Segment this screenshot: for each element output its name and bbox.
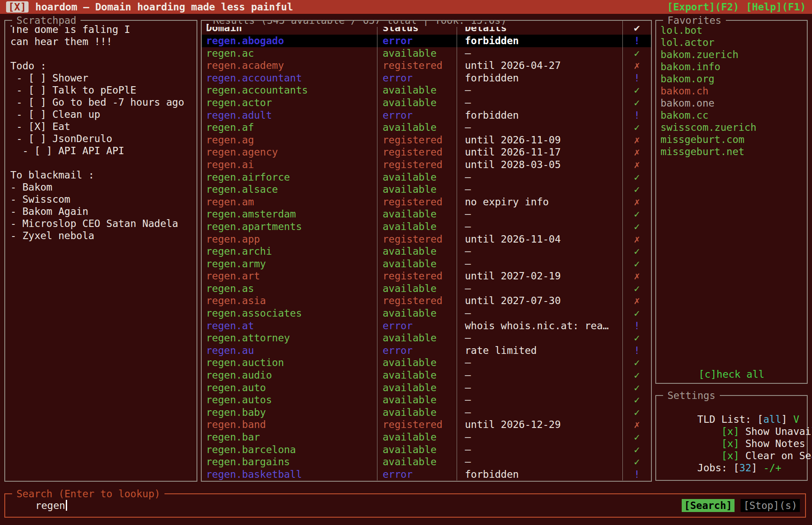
status-cell: registered <box>377 59 457 72</box>
table-row[interactable]: regen.bar available – ✓ <box>202 431 651 444</box>
table-row[interactable]: regen.accountants available – ✓ <box>202 84 651 97</box>
stop-button[interactable]: [Stop](s) <box>741 499 800 512</box>
table-row[interactable]: regen.abogado error forbidden ! <box>202 35 651 47</box>
favorite-item[interactable]: bakom.cc <box>661 109 802 121</box>
table-row[interactable]: regen.airforce available – ✓ <box>202 171 651 184</box>
domain-cell: regen.at <box>202 320 377 332</box>
favorite-item[interactable]: missgeburt.com <box>661 133 802 146</box>
table-row[interactable]: regen.audio available – ✓ <box>202 369 651 382</box>
table-row[interactable]: regen.app registered until 2026-11-04 ✗ <box>202 233 651 246</box>
table-row[interactable]: regen.baby available – ✓ <box>202 406 651 419</box>
table-row[interactable]: regen.basketball error forbidden ! <box>202 468 651 481</box>
row-status-icon: ✓ <box>622 444 651 456</box>
details-cell: – <box>457 307 622 320</box>
favorite-item[interactable]: lol.actor <box>661 36 802 49</box>
details-cell: – <box>457 121 622 134</box>
table-row[interactable]: regen.band registered until 2026-12-29 ✗ <box>202 418 651 431</box>
table-row[interactable]: regen.ai registered until 2028-03-05 ✗ <box>202 159 651 171</box>
scratchpad-line <box>10 157 191 169</box>
details-cell: – <box>457 183 622 196</box>
details-cell: whois whois.nic.at: rea… <box>457 320 622 332</box>
details-cell: rate limited <box>457 344 622 357</box>
results-panel: Results (343 available / 637 total | Too… <box>201 20 652 482</box>
domain-cell: regen.band <box>202 418 377 431</box>
row-status-icon: ✓ <box>622 456 651 468</box>
status-cell: error <box>377 320 457 332</box>
status-cell: available <box>377 245 457 258</box>
details-cell: until 2026-04-27 <box>457 59 622 72</box>
status-cell: available <box>377 456 457 468</box>
tld-list-dropdown[interactable]: TLD List: [all] V <box>661 401 802 413</box>
table-row[interactable]: regen.army available – ✓ <box>202 258 651 270</box>
table-row[interactable]: regen.art registered until 2027-02-19 ✗ <box>202 270 651 282</box>
search-button[interactable]: [Search] <box>682 499 735 512</box>
scratchpad-panel: Scratchpad The dome is faling I can hear… <box>4 20 197 482</box>
table-row[interactable]: regen.as available – ✓ <box>202 282 651 295</box>
table-row[interactable]: regen.bargains available – ✓ <box>202 456 651 468</box>
export-button[interactable]: [Export](F2) <box>667 1 739 13</box>
domain-cell: regen.app <box>202 233 377 246</box>
table-row[interactable]: regen.academy registered until 2026-04-2… <box>202 59 651 72</box>
table-row[interactable]: regen.alsace available – ✓ <box>202 183 651 196</box>
table-row[interactable]: regen.ag registered until 2026-11-09 ✗ <box>202 134 651 146</box>
favorite-item[interactable]: bakom.org <box>661 73 802 85</box>
table-row[interactable]: regen.attorney available – ✓ <box>202 332 651 344</box>
scratchpad-line <box>10 48 191 60</box>
domain-cell: regen.audio <box>202 369 377 382</box>
jobs-label: Jobs: <box>697 462 733 473</box>
table-row[interactable]: regen.accountant error forbidden ! <box>202 72 651 84</box>
check-all-button[interactable]: [c]heck all <box>656 368 807 380</box>
scratchpad-editor[interactable]: The dome is faling I can hear them !!! T… <box>5 21 197 481</box>
table-row[interactable]: regen.actor available – ✓ <box>202 97 651 109</box>
favorite-item[interactable]: swisscom.zuerich <box>661 121 802 133</box>
status-cell: error <box>377 109 457 122</box>
table-row[interactable]: regen.apartments available – ✓ <box>202 220 651 233</box>
row-status-icon: ✓ <box>622 84 651 97</box>
table-row[interactable]: regen.au error rate limited ! <box>202 344 651 357</box>
favorite-item[interactable]: bakom.one <box>661 97 802 109</box>
tld-bracket-close: ] <box>781 414 787 425</box>
row-status-icon: ! <box>622 109 651 122</box>
favorite-item[interactable]: missgeburt.net <box>661 146 802 158</box>
domain-cell: regen.army <box>202 258 377 270</box>
row-status-icon: ✗ <box>622 270 651 282</box>
domain-cell: regen.au <box>202 344 377 357</box>
table-row[interactable]: regen.at error whois whois.nic.at: rea… … <box>202 320 651 332</box>
table-row[interactable]: regen.autos available – ✓ <box>202 394 651 406</box>
table-row[interactable]: regen.auto available – ✓ <box>202 382 651 394</box>
table-row[interactable]: regen.associates available – ✓ <box>202 307 651 320</box>
favorite-item[interactable]: bakom.info <box>661 61 802 73</box>
table-row[interactable]: regen.asia registered until 2027-07-30 ✗ <box>202 295 651 307</box>
search-input[interactable]: regen <box>11 487 67 524</box>
table-row[interactable]: regen.archi available – ✓ <box>202 245 651 258</box>
table-row[interactable]: regen.ac available – ✓ <box>202 47 651 60</box>
table-row[interactable]: regen.barcelona available – ✓ <box>202 444 651 456</box>
row-status-icon: ! <box>622 468 651 481</box>
table-row[interactable]: regen.amsterdam available – ✓ <box>202 208 651 220</box>
domain-cell: regen.am <box>202 196 377 208</box>
row-status-icon: ✗ <box>622 134 651 146</box>
details-cell: until 2027-02-19 <box>457 270 622 282</box>
favorite-item[interactable]: bakom.zuerich <box>661 49 802 61</box>
domain-cell: regen.baby <box>202 406 377 419</box>
help-button[interactable]: [Help](F1) <box>746 1 806 13</box>
details-cell: no expiry info <box>457 196 622 208</box>
table-row[interactable]: regen.agency registered until 2026-11-17… <box>202 146 651 159</box>
row-status-icon: ✓ <box>622 394 651 406</box>
settings-panel: Settings TLD List: [all] V [x] Show Unav… <box>655 395 808 481</box>
status-cell: error <box>377 35 457 47</box>
details-cell: – <box>457 406 622 419</box>
table-row[interactable]: regen.adult error forbidden ! <box>202 109 651 122</box>
tld-list-value: all <box>763 414 781 425</box>
close-button[interactable]: [X] <box>6 1 29 13</box>
favorite-item[interactable]: bakom.ch <box>661 85 802 97</box>
table-row[interactable]: regen.af available – ✓ <box>202 121 651 134</box>
search-panel: Search (Enter to lookup) regen [Search] … <box>4 493 806 518</box>
status-cell: error <box>377 344 457 357</box>
details-cell: – <box>457 282 622 295</box>
table-row[interactable]: regen.am registered no expiry info ✗ <box>202 196 651 208</box>
scratchpad-line: - [ ] JsonDerulo <box>10 133 191 145</box>
table-row[interactable]: regen.auction available – ✓ <box>202 356 651 369</box>
scratchpad-line: - Bakom <box>10 181 191 193</box>
scratchpad-line: can hear them !!! <box>10 36 191 48</box>
